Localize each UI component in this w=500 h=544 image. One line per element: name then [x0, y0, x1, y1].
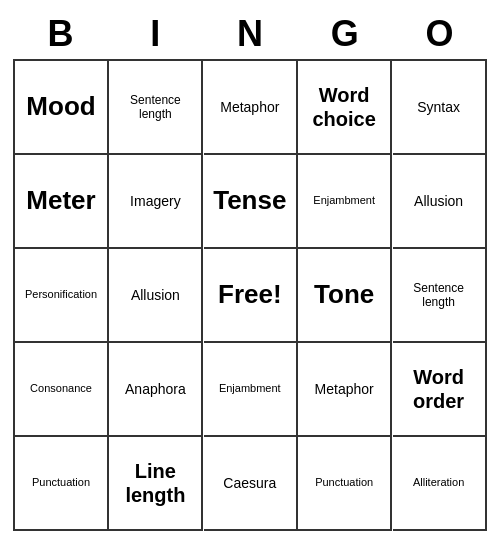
cell-text: Line length: [113, 459, 197, 507]
bingo-letter-o: O: [396, 13, 484, 55]
cell-r4-c0[interactable]: Punctuation: [15, 437, 109, 531]
cell-r2-c0[interactable]: Personification: [15, 249, 109, 343]
cell-text: Sentence length: [113, 93, 197, 122]
cell-r3-c0[interactable]: Consonance: [15, 343, 109, 437]
cell-r1-c2[interactable]: Tense: [204, 155, 298, 249]
cell-text: Punctuation: [32, 476, 90, 489]
cell-r2-c1[interactable]: Allusion: [109, 249, 203, 343]
cell-text: Anaphora: [125, 381, 186, 398]
cell-r2-c2[interactable]: Free!: [204, 249, 298, 343]
cell-r1-c4[interactable]: Allusion: [393, 155, 487, 249]
bingo-header: BINGO: [13, 13, 487, 55]
bingo-letter-g: G: [301, 13, 389, 55]
cell-r1-c3[interactable]: Enjambment: [298, 155, 392, 249]
cell-r3-c2[interactable]: Enjambment: [204, 343, 298, 437]
cell-text: Enjambment: [219, 382, 281, 395]
cell-text: Metaphor: [220, 99, 279, 116]
cell-text: Allusion: [414, 193, 463, 210]
cell-text: Sentence length: [397, 281, 481, 310]
cell-text: Punctuation: [315, 476, 373, 489]
cell-text: Allusion: [131, 287, 180, 304]
cell-text: Caesura: [223, 475, 276, 492]
cell-text: Alliteration: [413, 476, 464, 489]
cell-text: Syntax: [417, 99, 460, 116]
cell-text: Metaphor: [315, 381, 374, 398]
cell-r2-c3[interactable]: Tone: [298, 249, 392, 343]
cell-text: Mood: [26, 91, 95, 122]
bingo-letter-n: N: [206, 13, 294, 55]
cell-r2-c4[interactable]: Sentence length: [393, 249, 487, 343]
bingo-letter-b: B: [16, 13, 104, 55]
cell-text: Personification: [25, 288, 97, 301]
cell-text: Word choice: [302, 83, 386, 131]
cell-r3-c3[interactable]: Metaphor: [298, 343, 392, 437]
cell-text: Enjambment: [313, 194, 375, 207]
cell-r4-c1[interactable]: Line length: [109, 437, 203, 531]
bingo-card: BINGO MoodSentence lengthMetaphorWord ch…: [5, 5, 495, 539]
cell-text: Tone: [314, 279, 374, 310]
cell-r3-c4[interactable]: Word order: [393, 343, 487, 437]
cell-r0-c4[interactable]: Syntax: [393, 61, 487, 155]
bingo-letter-i: I: [111, 13, 199, 55]
cell-text: Word order: [397, 365, 481, 413]
cell-r0-c3[interactable]: Word choice: [298, 61, 392, 155]
cell-text: Consonance: [30, 382, 92, 395]
cell-text: Imagery: [130, 193, 181, 210]
cell-r4-c4[interactable]: Alliteration: [393, 437, 487, 531]
cell-r0-c0[interactable]: Mood: [15, 61, 109, 155]
cell-r0-c1[interactable]: Sentence length: [109, 61, 203, 155]
cell-r4-c2[interactable]: Caesura: [204, 437, 298, 531]
cell-text: Meter: [26, 185, 95, 216]
cell-r1-c1[interactable]: Imagery: [109, 155, 203, 249]
cell-r0-c2[interactable]: Metaphor: [204, 61, 298, 155]
cell-text: Tense: [213, 185, 286, 216]
cell-r1-c0[interactable]: Meter: [15, 155, 109, 249]
cell-r3-c1[interactable]: Anaphora: [109, 343, 203, 437]
cell-r4-c3[interactable]: Punctuation: [298, 437, 392, 531]
cell-text: Free!: [218, 279, 282, 310]
bingo-grid: MoodSentence lengthMetaphorWord choiceSy…: [13, 59, 487, 531]
